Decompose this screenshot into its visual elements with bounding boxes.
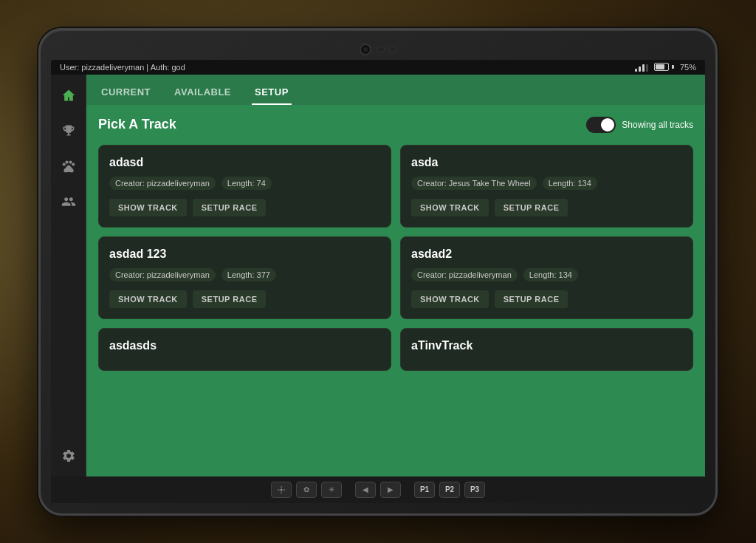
crosshair-btn[interactable] bbox=[271, 482, 292, 498]
bottom-toolbar: ✿ ✳ ◀ ▶ P1 P2 P3 bbox=[51, 477, 705, 503]
track-creator-0: Creator: pizzadeliveryman bbox=[109, 177, 216, 190]
track-meta-0: Creator: pizzadeliveryman Length: 74 bbox=[109, 177, 380, 190]
track-meta-3: Creator: pizzadeliveryman Length: 134 bbox=[411, 268, 682, 281]
vol-down-btn[interactable]: ◀ bbox=[355, 482, 376, 498]
sidebar bbox=[51, 75, 86, 477]
setup-race-btn-2[interactable]: SETUP RACE bbox=[193, 290, 267, 308]
signal-bar-3 bbox=[642, 64, 645, 72]
show-track-btn-0[interactable]: SHOW TRACK bbox=[109, 199, 187, 216]
show-all-toggle[interactable] bbox=[586, 117, 616, 133]
tablet-screen: User: pizzadeliveryman | Auth: god 75% bbox=[51, 60, 705, 503]
track-actions-1: SHOW TRACK SETUP RACE bbox=[411, 199, 682, 216]
track-creator-3: Creator: pizzadeliveryman bbox=[411, 268, 518, 281]
tab-setup[interactable]: SETUP bbox=[252, 81, 292, 105]
setup-race-btn-3[interactable]: SETUP RACE bbox=[495, 290, 568, 308]
svg-point-4 bbox=[281, 488, 283, 491]
track-length-0: Length: 74 bbox=[221, 177, 272, 190]
user-auth-label: User: pizzadeliveryman | Auth: god bbox=[60, 63, 185, 72]
p3-btn[interactable]: P3 bbox=[464, 482, 485, 498]
tablet-sensors bbox=[377, 47, 396, 52]
track-card-1: asda Creator: Jesus Take The Wheel Lengt… bbox=[400, 145, 693, 228]
track-card-0: adasd Creator: pizzadeliveryman Length: … bbox=[98, 145, 391, 228]
signal-bars bbox=[635, 63, 648, 72]
sidebar-item-paw[interactable] bbox=[57, 154, 80, 178]
track-name-5: aTinvTrack bbox=[411, 339, 682, 352]
setup-race-btn-0[interactable]: SETUP RACE bbox=[193, 199, 267, 216]
track-name-3: asdad2 bbox=[411, 247, 682, 261]
toggle-knob bbox=[601, 118, 614, 132]
track-creator-2: Creator: pizzadeliveryman bbox=[109, 268, 216, 281]
track-meta-1: Creator: Jesus Take The Wheel Length: 13… bbox=[411, 177, 682, 190]
battery-tip bbox=[672, 65, 674, 69]
brightness-btn[interactable]: ✳ bbox=[321, 482, 342, 498]
track-meta-2: Creator: pizzadeliveryman Length: 377 bbox=[109, 268, 380, 281]
flower-btn[interactable]: ✿ bbox=[296, 482, 317, 498]
status-bar: User: pizzadeliveryman | Auth: god 75% bbox=[51, 60, 705, 75]
show-track-btn-1[interactable]: SHOW TRACK bbox=[411, 199, 489, 216]
setup-race-btn-1[interactable]: SETUP RACE bbox=[495, 199, 568, 216]
show-track-btn-2[interactable]: SHOW TRACK bbox=[109, 290, 187, 308]
svg-point-3 bbox=[72, 163, 75, 165]
sidebar-item-trophy[interactable] bbox=[57, 119, 80, 143]
signal-bar-1 bbox=[635, 69, 637, 72]
track-name-0: adasd bbox=[109, 156, 380, 169]
track-card-4: asdasds bbox=[98, 328, 391, 371]
vol-up-btn[interactable]: ▶ bbox=[380, 482, 401, 498]
section-header: Pick A Track Showing all tracks bbox=[98, 117, 693, 133]
tablet-camera bbox=[360, 44, 371, 55]
tab-current[interactable]: CURRENT bbox=[98, 81, 154, 105]
track-name-2: asdad 123 bbox=[109, 247, 380, 261]
track-length-3: Length: 134 bbox=[523, 268, 578, 281]
section-title: Pick A Track bbox=[98, 117, 176, 132]
p1-btn[interactable]: P1 bbox=[414, 482, 435, 498]
app-content: CURRENT AVAILABLE SETUP Pick A Track Sho… bbox=[51, 75, 705, 477]
track-length-1: Length: 134 bbox=[543, 177, 597, 190]
battery-body bbox=[654, 63, 669, 71]
battery-fill bbox=[656, 64, 664, 69]
sidebar-item-home[interactable] bbox=[57, 83, 80, 107]
show-track-btn-3[interactable]: SHOW TRACK bbox=[411, 290, 489, 308]
sidebar-item-users[interactable] bbox=[57, 190, 80, 214]
track-card-3: asdad2 Creator: pizzadeliveryman Length:… bbox=[400, 236, 693, 319]
track-card-2: asdad 123 Creator: pizzadeliveryman Leng… bbox=[98, 236, 391, 319]
track-name-1: asda bbox=[411, 156, 682, 169]
main-area: CURRENT AVAILABLE SETUP Pick A Track Sho… bbox=[86, 75, 705, 477]
track-length-2: Length: 377 bbox=[221, 268, 276, 281]
track-name-4: asdasds bbox=[109, 339, 380, 352]
sensor-2 bbox=[389, 47, 396, 52]
content-area: Pick A Track Showing all tracks adasd bbox=[86, 105, 705, 477]
tracks-grid: adasd Creator: pizzadeliveryman Length: … bbox=[98, 145, 693, 371]
sensor-1 bbox=[377, 47, 385, 52]
status-right: 75% bbox=[635, 63, 696, 72]
tablet-top-bar bbox=[51, 39, 705, 60]
p2-btn[interactable]: P2 bbox=[439, 482, 460, 498]
tablet-shell: User: pizzadeliveryman | Auth: god 75% bbox=[38, 28, 718, 516]
signal-bar-2 bbox=[639, 66, 641, 72]
track-creator-1: Creator: Jesus Take The Wheel bbox=[411, 177, 537, 190]
tab-available[interactable]: AVAILABLE bbox=[171, 81, 234, 105]
battery-icon bbox=[654, 63, 674, 71]
svg-point-0 bbox=[62, 163, 65, 165]
svg-point-1 bbox=[65, 160, 68, 163]
toggle-label: Showing all tracks bbox=[622, 120, 693, 130]
signal-bar-4 bbox=[646, 64, 648, 72]
svg-point-2 bbox=[69, 160, 72, 163]
sidebar-item-settings[interactable] bbox=[57, 444, 80, 468]
battery-percent: 75% bbox=[680, 63, 696, 72]
tabs: CURRENT AVAILABLE SETUP bbox=[86, 75, 705, 105]
track-actions-3: SHOW TRACK SETUP RACE bbox=[411, 290, 682, 308]
track-actions-0: SHOW TRACK SETUP RACE bbox=[109, 199, 380, 216]
track-actions-2: SHOW TRACK SETUP RACE bbox=[109, 290, 380, 308]
toggle-area: Showing all tracks bbox=[586, 117, 693, 133]
track-card-5: aTinvTrack bbox=[400, 328, 693, 371]
